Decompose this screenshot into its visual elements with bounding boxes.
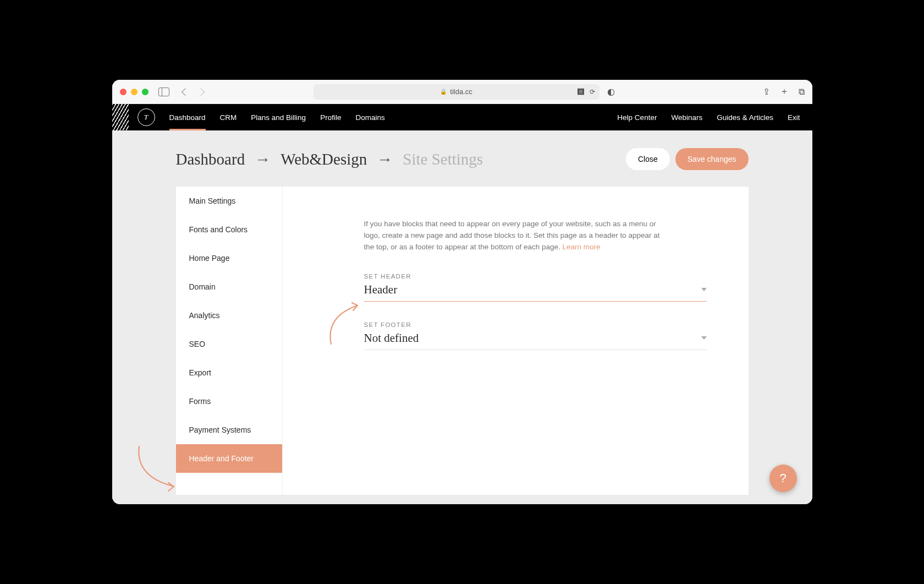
set-footer-value: Not defined bbox=[364, 331, 419, 345]
minimize-window-icon[interactable] bbox=[131, 89, 138, 95]
translate-icon[interactable]: 🅰 bbox=[578, 88, 584, 96]
settings-panel: Main Settings Fonts and Colors Home Page… bbox=[176, 187, 749, 495]
set-footer-select[interactable]: Not defined bbox=[364, 331, 707, 350]
chevron-down-icon bbox=[701, 288, 707, 291]
sidemenu-header-footer[interactable]: Header and Footer bbox=[176, 444, 282, 473]
reload-icon[interactable]: ⟳ bbox=[590, 88, 595, 96]
learn-more-link[interactable]: Learn more bbox=[563, 243, 601, 251]
settings-sidemenu: Main Settings Fonts and Colors Home Page… bbox=[176, 187, 283, 495]
tabs-icon[interactable]: ⧉ bbox=[799, 87, 805, 97]
close-window-icon[interactable] bbox=[120, 89, 127, 95]
breadcrumb-row: Dashboard → Web&Design → Site Settings C… bbox=[112, 130, 812, 187]
breadcrumb-project[interactable]: Web&Design bbox=[280, 150, 367, 168]
settings-content: If you have blocks that need to appear o… bbox=[283, 187, 749, 495]
arrow-icon: → bbox=[377, 150, 393, 168]
nav-profile[interactable]: Profile bbox=[320, 104, 341, 130]
nav-help-center[interactable]: Help Center bbox=[617, 113, 657, 122]
lock-icon: 🔒 bbox=[440, 89, 447, 95]
traffic-lights bbox=[120, 89, 148, 95]
nav-dashboard[interactable]: Dashboard bbox=[169, 104, 206, 130]
nav-left: Dashboard CRM Plans and Billing Profile … bbox=[169, 104, 385, 130]
close-button[interactable]: Close bbox=[626, 148, 670, 170]
nav-guides[interactable]: Guides & Articles bbox=[717, 113, 773, 122]
nav-plans-billing[interactable]: Plans and Billing bbox=[251, 104, 306, 130]
breadcrumb-dashboard[interactable]: Dashboard bbox=[176, 150, 245, 168]
back-icon[interactable] bbox=[181, 88, 189, 95]
set-header-value: Header bbox=[364, 283, 398, 297]
sidemenu-main-settings[interactable]: Main Settings bbox=[176, 187, 282, 215]
maximize-window-icon[interactable] bbox=[142, 89, 148, 95]
sidebar-toggle-icon[interactable] bbox=[158, 88, 169, 96]
sidemenu-analytics[interactable]: Analytics bbox=[176, 301, 282, 330]
nav-domains[interactable]: Domains bbox=[355, 104, 384, 130]
browser-window: 🔒 tilda.cc 🅰 ⟳ ◐ ⇪ ＋ ⧉ T Dashboard CRM P… bbox=[112, 80, 812, 504]
set-footer-label: SET FOOTER bbox=[364, 321, 707, 328]
browser-chrome: 🔒 tilda.cc 🅰 ⟳ ◐ ⇪ ＋ ⧉ bbox=[112, 80, 812, 104]
url-bar[interactable]: 🔒 tilda.cc 🅰 ⟳ bbox=[314, 84, 600, 100]
sidemenu-fonts-colors[interactable]: Fonts and Colors bbox=[176, 215, 282, 244]
set-header-select[interactable]: Header bbox=[364, 283, 707, 302]
new-tab-icon[interactable]: ＋ bbox=[780, 86, 789, 97]
chrome-right-controls: ⇪ ＋ ⧉ bbox=[763, 86, 805, 97]
wave-decor bbox=[112, 104, 129, 130]
shield-icon[interactable]: ◐ bbox=[607, 86, 615, 97]
nav-exit[interactable]: Exit bbox=[788, 113, 800, 122]
save-changes-button[interactable]: Save changes bbox=[675, 148, 749, 170]
sidemenu-domain[interactable]: Domain bbox=[176, 272, 282, 301]
sidemenu-seo[interactable]: SEO bbox=[176, 330, 282, 358]
sidemenu-export[interactable]: Export bbox=[176, 358, 282, 387]
sidemenu-forms[interactable]: Forms bbox=[176, 387, 282, 416]
share-icon[interactable]: ⇪ bbox=[763, 86, 770, 97]
help-fab[interactable]: ? bbox=[769, 465, 797, 492]
sidemenu-home-page[interactable]: Home Page bbox=[176, 244, 282, 272]
page-actions: Close Save changes bbox=[626, 148, 812, 170]
nav-webinars[interactable]: Webinars bbox=[671, 113, 702, 122]
sidemenu-payment-systems[interactable]: Payment Systems bbox=[176, 416, 282, 444]
forward-icon bbox=[196, 88, 204, 95]
breadcrumb-current: Site Settings bbox=[403, 150, 483, 168]
arrow-icon: → bbox=[255, 150, 271, 168]
set-header-label: SET HEADER bbox=[364, 273, 707, 280]
app-nav: T Dashboard CRM Plans and Billing Profil… bbox=[112, 104, 812, 130]
tilda-logo[interactable]: T bbox=[138, 108, 155, 126]
page-body: Dashboard → Web&Design → Site Settings C… bbox=[112, 130, 812, 504]
nav-crm[interactable]: CRM bbox=[220, 104, 237, 130]
intro-text: If you have blocks that need to appear o… bbox=[364, 219, 661, 253]
chevron-down-icon bbox=[701, 336, 707, 340]
url-host: tilda.cc bbox=[450, 88, 472, 96]
annotation-arrow-sidemenu bbox=[131, 444, 183, 496]
breadcrumb: Dashboard → Web&Design → Site Settings bbox=[176, 150, 483, 168]
nav-right: Help Center Webinars Guides & Articles E… bbox=[617, 113, 800, 122]
